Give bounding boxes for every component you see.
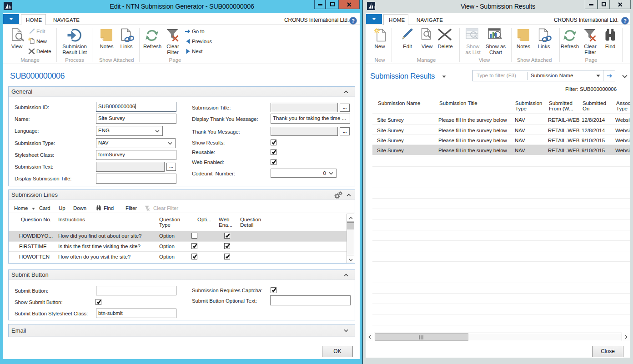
svg-text:?: ? [352,18,355,24]
svg-text:?: ? [623,18,627,24]
